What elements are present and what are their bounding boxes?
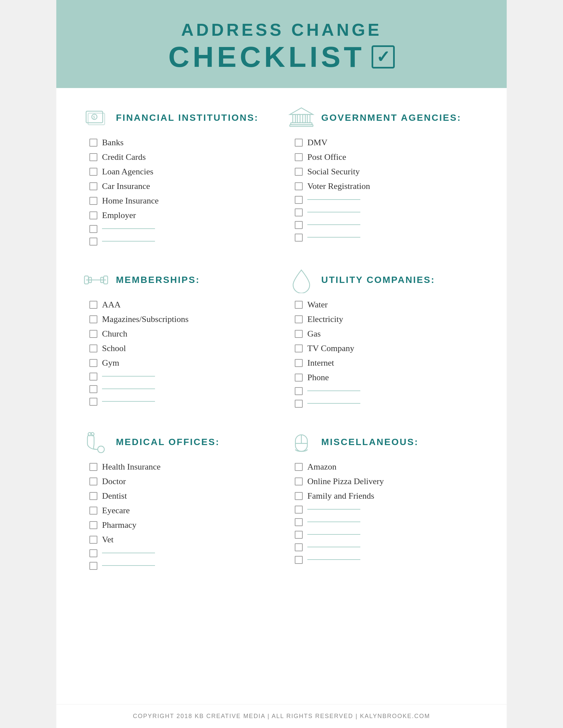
header: ADDRESS CHANGE CHECKLIST [56,0,507,88]
list-item [295,387,480,395]
checkbox[interactable] [89,463,97,471]
list-item [295,196,480,204]
checkbox[interactable] [295,182,303,190]
checkbox[interactable] [89,197,97,205]
checkbox[interactable] [295,139,303,147]
checkbox[interactable] [89,536,97,544]
financial-section: $ FINANCIAL INSTITUTIONS: BanksCredit Ca… [83,105,275,250]
checkbox[interactable] [295,301,303,309]
blank-line [102,401,155,402]
list-item [89,385,275,393]
checkbox[interactable] [89,211,97,219]
item-label: Church [102,329,127,339]
utility-icon [288,267,315,293]
list-item: Dentist [89,491,275,501]
blank-line [307,403,360,404]
blank-line [307,522,360,522]
list-item: DMV [295,138,480,148]
checkbox[interactable] [89,492,97,500]
list-item: School [89,343,275,353]
checkbox[interactable] [295,492,303,500]
checkbox[interactable] [295,531,303,539]
header-checkbox-icon [372,45,395,68]
svg-marker-9 [290,108,313,114]
checkbox[interactable] [89,385,97,393]
checkbox[interactable] [295,315,303,323]
checkbox[interactable] [89,344,97,352]
checkbox[interactable] [89,398,97,406]
checkbox[interactable] [89,521,97,529]
footer-text: COPYRIGHT 2018 KB CREATIVE MEDIA | ALL R… [133,713,430,719]
item-label: School [102,343,126,353]
item-label: Social Security [307,167,360,177]
item-label: Car Insurance [102,181,150,191]
misc-header: MISCELLANEOUS: [288,429,480,455]
checkbox[interactable] [295,344,303,352]
medical-header: MEDICAL OFFICES: [83,429,275,455]
checkbox[interactable] [295,506,303,514]
checkbox[interactable] [89,330,97,338]
checkbox[interactable] [295,221,303,229]
svg-text:$: $ [93,115,95,119]
list-item [89,549,275,557]
list-item: Voter Registration [295,181,480,191]
financial-header: $ FINANCIAL INSTITUTIONS: [83,105,275,131]
checkbox[interactable] [295,374,303,382]
misc-section: MISCELLANEOUS: AmazonOnline Pizza Delive… [288,429,480,574]
government-header: GOVERNMENT AGENCIES: [288,105,480,131]
checkbox[interactable] [89,507,97,515]
checkbox[interactable] [89,315,97,323]
checkbox[interactable] [295,330,303,338]
checkbox[interactable] [89,139,97,147]
checkbox[interactable] [89,373,97,381]
financial-list: BanksCredit CardsLoan AgenciesCar Insura… [83,138,275,250]
checkbox[interactable] [295,359,303,367]
checkbox[interactable] [295,518,303,526]
utility-section: UTILITY COMPANIES: WaterElectricityGasTV… [288,267,480,412]
item-label: Home Insurance [102,196,159,206]
government-title: GOVERNMENT AGENCIES: [321,113,461,123]
svg-rect-5 [293,114,296,123]
memberships-icon [83,267,109,293]
memberships-list: AAAMagazines/SubscriptionsChurchSchoolGy… [83,300,275,410]
checkbox[interactable] [89,359,97,367]
government-list: DMVPost OfficeSocial SecurityVoter Regis… [288,138,480,246]
list-item [295,221,480,229]
checkbox[interactable] [89,153,97,161]
checkbox[interactable] [89,301,97,309]
checkbox[interactable] [89,549,97,557]
checkbox[interactable] [295,387,303,395]
checkbox[interactable] [295,153,303,161]
checkbox[interactable] [89,225,97,233]
blank-line [307,212,360,212]
checkbox[interactable] [89,478,97,485]
memberships-header: MEMBERSHIPS: [83,267,275,293]
medical-icon [83,429,109,455]
memberships-title: MEMBERSHIPS: [116,275,200,285]
header-subtitle: ADDRESS CHANGE [70,20,493,40]
checkbox[interactable] [295,208,303,216]
item-label: Post Office [307,152,346,162]
blank-line [307,559,360,560]
checkbox[interactable] [89,562,97,570]
checkbox[interactable] [295,400,303,408]
list-item: Social Security [295,167,480,177]
item-label: Amazon [307,462,337,472]
medical-section: MEDICAL OFFICES: Health InsuranceDoctorD… [83,429,275,574]
misc-title: MISCELLANEOUS: [321,437,419,447]
checkbox[interactable] [295,478,303,485]
checkbox[interactable] [89,168,97,176]
checkbox[interactable] [89,182,97,190]
page: ADDRESS CHANGE CHECKLIST $ [56,0,507,728]
checkbox[interactable] [295,196,303,204]
misc-list: AmazonOnline Pizza DeliveryFamily and Fr… [288,462,480,569]
checkbox[interactable] [295,543,303,551]
checkbox[interactable] [89,238,97,246]
checkbox[interactable] [295,463,303,471]
checkbox[interactable] [295,168,303,176]
financial-icon: $ [83,105,109,131]
item-label: Dentist [102,491,127,501]
checkbox[interactable] [295,556,303,564]
blank-line [307,390,360,391]
checkbox[interactable] [295,234,303,242]
